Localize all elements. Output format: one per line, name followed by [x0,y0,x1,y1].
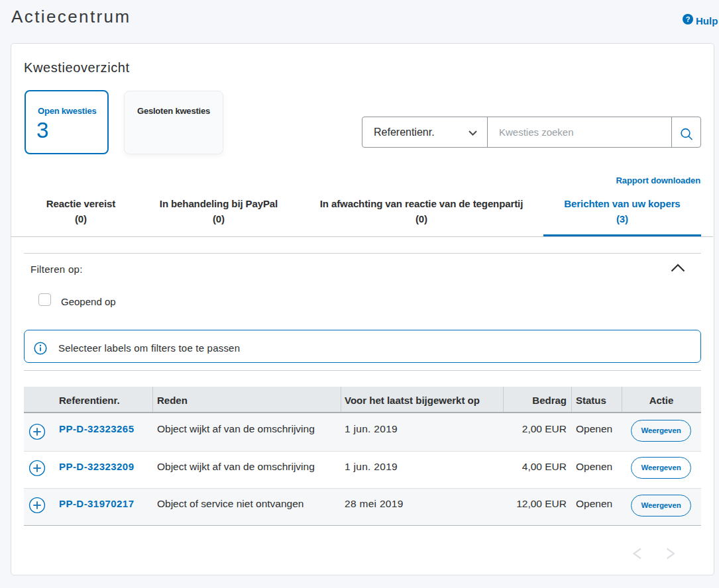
svg-text:?: ? [686,15,691,23]
